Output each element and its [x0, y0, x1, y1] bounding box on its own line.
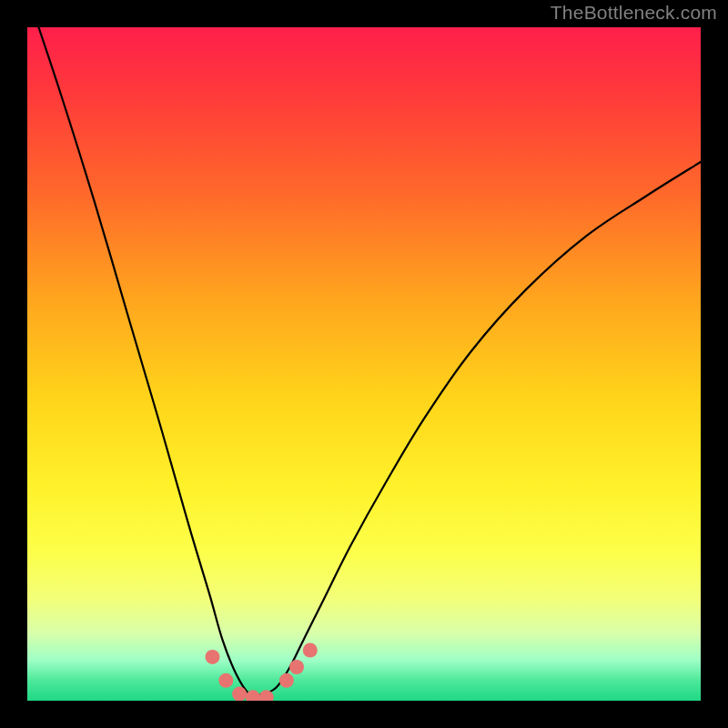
- valley-marker: [279, 673, 294, 688]
- chart-frame: TheBottleneck.com: [0, 0, 728, 728]
- curve-svg: [27, 27, 701, 701]
- plot-area: [27, 27, 701, 701]
- valley-marker: [232, 687, 247, 701]
- valley-marker: [289, 660, 304, 674]
- valley-markers: [206, 643, 318, 702]
- valley-marker: [206, 650, 220, 664]
- watermark-text: TheBottleneck.com: [551, 2, 717, 24]
- bottleneck-curve-path: [27, 27, 701, 696]
- valley-marker: [303, 643, 318, 658]
- valley-marker: [218, 673, 233, 688]
